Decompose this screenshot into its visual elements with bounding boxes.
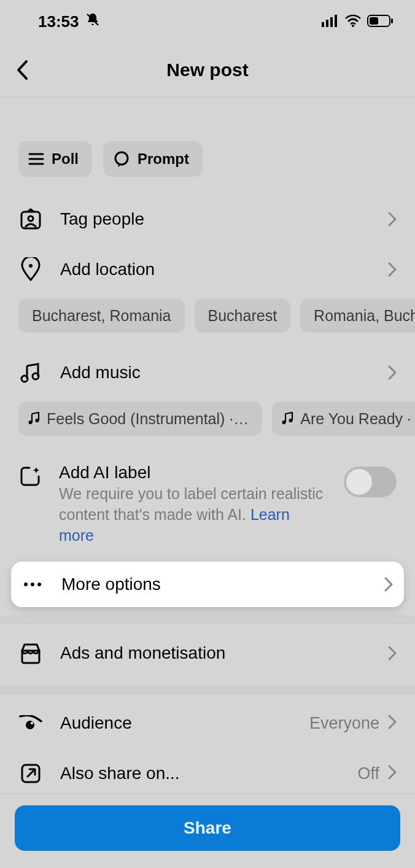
svg-point-22	[24, 583, 28, 586]
svg-point-12	[115, 152, 128, 165]
music-note-icon	[28, 412, 41, 425]
status-time: 13:53	[38, 12, 79, 31]
chevron-left-icon	[15, 60, 29, 80]
chevron-right-icon	[388, 715, 397, 732]
sparkle-frame-icon	[20, 465, 42, 487]
svg-point-18	[29, 420, 33, 424]
svg-rect-2	[326, 20, 328, 27]
bell-off-icon	[85, 12, 100, 31]
poll-label: Poll	[52, 150, 79, 168]
more-options-row[interactable]: More options	[11, 562, 404, 607]
svg-point-24	[37, 583, 41, 586]
svg-point-14	[28, 216, 33, 221]
audience-value: Everyone	[309, 714, 379, 733]
music-icon	[20, 362, 42, 384]
music-chip[interactable]: Are You Ready ·	[272, 401, 415, 436]
chevron-right-icon	[388, 365, 397, 380]
list-icon	[28, 152, 44, 166]
chevron-right-icon	[388, 646, 397, 661]
music-suggestions: Feels Good (Instrumental) ·… Are You Rea…	[0, 398, 415, 451]
bottom-bar: Share	[0, 794, 415, 868]
cellular-icon	[322, 12, 339, 31]
add-music-label: Add music	[60, 363, 371, 382]
audience-label: Audience	[60, 713, 292, 733]
add-location-label: Add location	[60, 260, 371, 279]
chat-icon	[113, 150, 130, 168]
more-options-label: More options	[61, 575, 367, 594]
svg-rect-7	[370, 17, 378, 25]
share-arrow-icon	[20, 762, 42, 785]
ai-label-row: Add AI label We require you to label cer…	[0, 451, 415, 559]
ads-row[interactable]: Ads and monetisation	[0, 628, 415, 678]
eye-icon	[19, 715, 42, 731]
chevron-right-icon	[384, 577, 393, 592]
header: New post	[0, 43, 415, 97]
poll-pill[interactable]: Poll	[18, 141, 92, 177]
svg-point-20	[282, 420, 286, 424]
location-suggestions: Bucharest, Romania Bucharest Romania, Bu…	[0, 295, 415, 347]
back-button[interactable]	[7, 55, 37, 85]
person-frame-icon	[20, 208, 42, 230]
svg-rect-4	[335, 15, 337, 27]
add-music-row[interactable]: Add music	[0, 347, 415, 398]
svg-point-19	[36, 419, 39, 422]
add-location-row[interactable]: Add location	[0, 244, 415, 295]
svg-point-15	[29, 264, 33, 268]
location-chip[interactable]: Bucharest, Romania	[18, 298, 185, 333]
location-chip[interactable]: Bucharest	[195, 298, 291, 333]
svg-rect-3	[330, 17, 333, 27]
chevron-right-icon	[388, 765, 397, 782]
share-button[interactable]: Share	[15, 805, 400, 851]
svg-point-5	[352, 25, 354, 27]
prompt-label: Prompt	[138, 150, 189, 168]
location-chip[interactable]: Romania, Buchare	[300, 298, 415, 333]
tag-people-row[interactable]: Tag people	[0, 194, 415, 244]
svg-point-17	[33, 373, 39, 379]
ai-label-title: Add AI label	[59, 463, 328, 482]
wifi-icon	[345, 12, 361, 31]
also-share-row[interactable]: Also share on... Off	[0, 748, 415, 799]
chevron-right-icon	[388, 262, 397, 277]
prompt-pill[interactable]: Prompt	[103, 141, 203, 177]
svg-point-16	[21, 376, 28, 382]
toggle-knob	[346, 469, 372, 495]
ai-label-toggle[interactable]	[344, 467, 397, 497]
more-icon	[23, 582, 42, 587]
battery-icon	[367, 12, 393, 31]
storefront-icon	[19, 642, 42, 664]
tag-people-label: Tag people	[60, 209, 371, 229]
also-share-label: Also share on...	[60, 764, 340, 783]
composer-pills: Poll Prompt	[0, 141, 415, 194]
also-share-value: Off	[357, 764, 379, 783]
status-bar: 13:53	[0, 0, 415, 43]
music-chip[interactable]: Feels Good (Instrumental) ·…	[18, 401, 262, 436]
svg-rect-8	[391, 18, 393, 23]
svg-point-23	[31, 583, 34, 586]
svg-point-25	[26, 721, 34, 729]
page-title: New post	[0, 60, 415, 80]
svg-point-21	[289, 419, 293, 422]
chevron-right-icon	[388, 212, 397, 227]
music-note-icon	[282, 412, 294, 425]
svg-rect-1	[322, 22, 324, 27]
svg-point-26	[31, 722, 34, 725]
ai-label-description: We require you to label certain realisti…	[59, 484, 328, 546]
ads-label: Ads and monetisation	[60, 643, 371, 663]
audience-row[interactable]: Audience Everyone	[0, 698, 415, 748]
pin-icon	[20, 257, 41, 282]
